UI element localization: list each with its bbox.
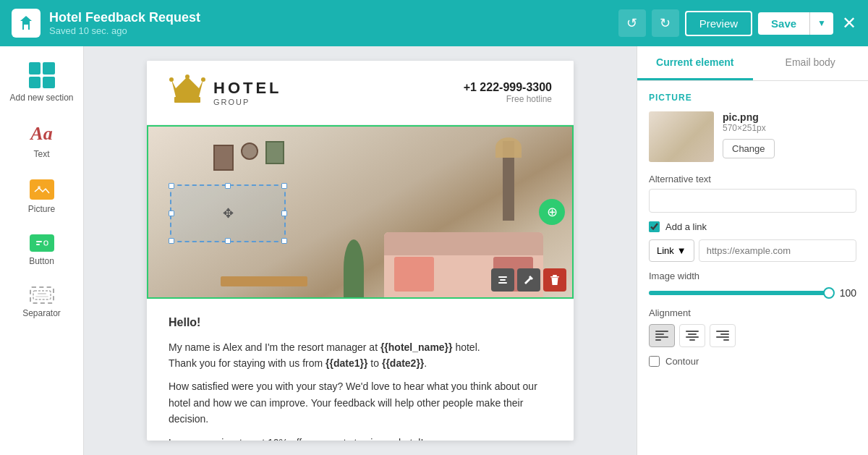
link-row: Link ▼ (649, 239, 856, 262)
slider-thumb[interactable] (823, 287, 835, 299)
save-group: Save ▼ (758, 12, 833, 35)
svg-rect-5 (36, 241, 42, 242)
svg-rect-17 (500, 279, 506, 281)
selection-overlay[interactable]: ✥ (170, 184, 286, 242)
hotel-name: HOTEL (213, 79, 282, 98)
image-tool-align-button[interactable] (491, 268, 514, 292)
section-label-picture: PICTURE (649, 93, 856, 103)
contour-checkbox[interactable] (649, 356, 660, 367)
svg-rect-30 (720, 333, 729, 335)
tab-current-element[interactable]: Current element (637, 46, 753, 80)
handle-topcenter[interactable] (225, 183, 231, 189)
move-button[interactable]: ⊕ (539, 199, 565, 225)
image-width-label: Image width (649, 271, 856, 281)
hotel-name-block: HOTEL GROUP (213, 79, 282, 106)
email-header: HOTEL GROUP +1 222-999-3300 Free hotline (147, 61, 574, 125)
app-logo (12, 9, 41, 38)
svg-rect-32 (723, 339, 729, 341)
handle-bottomright[interactable] (281, 238, 287, 244)
sidebar-item-button[interactable]: Button (0, 224, 83, 276)
svg-rect-22 (655, 333, 664, 335)
tab-email-body[interactable]: Email body (753, 46, 869, 80)
picture-icon (30, 179, 54, 200)
contour-label: Contour (665, 356, 699, 367)
email-canvas: HOTEL GROUP +1 222-999-3300 Free hotline (147, 61, 574, 441)
handle-topright[interactable] (281, 183, 287, 189)
svg-rect-10 (35, 296, 48, 297)
sidebar-item-text[interactable]: Aa Text (0, 113, 83, 169)
canvas-area[interactable]: HOTEL GROUP +1 222-999-3300 Free hotline (84, 46, 637, 455)
handle-topleft[interactable] (169, 183, 174, 189)
sidebar-item-label-text: Text (33, 149, 49, 159)
redo-button[interactable]: ↻ (652, 9, 679, 37)
pic-info: pic.png 570×251px Change (723, 111, 775, 158)
svg-rect-31 (716, 336, 729, 338)
pic-size: 570×251px (723, 123, 775, 133)
sofa-back (384, 232, 543, 255)
saved-status: Saved 10 sec. ago (49, 25, 610, 36)
contour-row: Contour (649, 356, 856, 367)
svg-rect-8 (33, 291, 51, 299)
alignment-label: Alignment (649, 307, 856, 318)
app-title: Hotel Feedback Request (49, 10, 610, 25)
link-url-input[interactable] (699, 239, 856, 262)
add-section-icon (29, 62, 55, 88)
link-type-button[interactable]: Link ▼ (649, 239, 694, 262)
align-center-button[interactable] (679, 324, 705, 347)
undo-button[interactable]: ↺ (618, 9, 646, 37)
email-body-content: Hello! My name is Alex and I'm the resor… (147, 299, 574, 441)
hotel-logo: HOTEL GROUP (169, 74, 282, 111)
change-pic-button[interactable]: Change (723, 139, 775, 158)
preview-button[interactable]: Preview (685, 11, 752, 36)
picture-preview-row: pic.png 570×251px Change (649, 111, 856, 162)
svg-rect-6 (36, 244, 40, 245)
topbar: Hotel Feedback Request Saved 10 sec. ago… (0, 0, 868, 46)
image-tool-edit-button[interactable] (517, 268, 540, 292)
align-right-button[interactable] (710, 324, 736, 347)
svg-point-15 (201, 77, 205, 82)
main-layout: Add new section Aa Text Picture (0, 46, 868, 455)
lampshade (495, 137, 522, 158)
handle-middleright[interactable] (281, 211, 287, 216)
alt-text-input[interactable] (649, 189, 856, 213)
move-cursor-icon: ✥ (223, 205, 234, 221)
svg-rect-12 (174, 97, 200, 103)
image-toolbar (491, 268, 566, 292)
title-block: Hotel Feedback Request Saved 10 sec. ago (49, 10, 610, 36)
align-left-button[interactable] (649, 324, 675, 347)
close-button[interactable]: ✕ (842, 13, 856, 33)
email-greeting: Hello! (169, 313, 552, 332)
sidebar-item-add-section[interactable]: Add new section (0, 52, 83, 113)
hotel-phone: +1 222-999-3300 (464, 81, 552, 94)
image-tool-delete-button[interactable] (543, 268, 566, 292)
art1 (213, 145, 234, 171)
svg-rect-19 (550, 276, 559, 278)
svg-rect-26 (688, 333, 697, 335)
plant1 (344, 239, 364, 297)
sidebar-item-picture[interactable]: Picture (0, 169, 83, 224)
crown-icon (169, 74, 206, 111)
image-width-slider[interactable] (649, 291, 829, 295)
svg-rect-21 (655, 331, 668, 332)
slider-fill (649, 291, 829, 295)
handle-bottomcenter[interactable] (225, 238, 231, 244)
add-link-checkbox[interactable] (649, 221, 660, 232)
image-section[interactable]: ✥ ⊕ (147, 125, 574, 299)
sidebar-item-label-button: Button (29, 256, 54, 266)
svg-rect-28 (689, 339, 695, 341)
button-icon (30, 234, 54, 252)
image-width-slider-row: 100 (649, 287, 856, 299)
email-para2: How satisfied were you with your stay? W… (169, 378, 552, 427)
save-dropdown-button[interactable]: ▼ (809, 12, 833, 35)
svg-rect-0 (24, 25, 28, 30)
sidebar-item-separator[interactable]: Separator (0, 276, 83, 328)
handle-middleleft[interactable] (169, 211, 174, 216)
handle-bottomleft[interactable] (169, 238, 174, 244)
sidebar-item-label-separator: Separator (22, 308, 61, 318)
separator-icon (30, 286, 54, 304)
right-panel: Current element Email body PICTURE pic.p… (637, 46, 868, 455)
sidebar-item-label-add-section: Add new section (9, 93, 73, 103)
pillow-left (394, 257, 434, 292)
save-button[interactable]: Save (758, 12, 809, 35)
svg-rect-18 (498, 282, 507, 284)
